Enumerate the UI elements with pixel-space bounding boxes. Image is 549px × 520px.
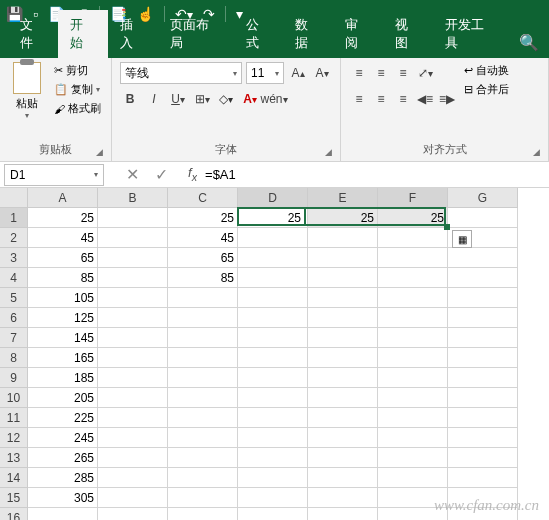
- cell-C1[interactable]: 25: [168, 208, 238, 228]
- cell-B10[interactable]: [98, 388, 168, 408]
- cell-B9[interactable]: [98, 368, 168, 388]
- column-header-B[interactable]: B: [98, 188, 168, 208]
- cell-E6[interactable]: [308, 308, 378, 328]
- align-center-button[interactable]: ≡: [371, 88, 391, 110]
- dialog-launcher-icon[interactable]: ◢: [325, 147, 332, 157]
- orientation-button[interactable]: ⤢▾: [415, 62, 435, 84]
- fill-color-button[interactable]: ◇▾: [216, 88, 236, 110]
- cell-A13[interactable]: 265: [28, 448, 98, 468]
- tab-formulas[interactable]: 公式: [234, 10, 284, 58]
- row-header-12[interactable]: 12: [0, 428, 28, 448]
- cell-C5[interactable]: [168, 288, 238, 308]
- row-header-5[interactable]: 5: [0, 288, 28, 308]
- row-header-9[interactable]: 9: [0, 368, 28, 388]
- cell-D4[interactable]: [238, 268, 308, 288]
- cell-D15[interactable]: [238, 488, 308, 508]
- cell-E13[interactable]: [308, 448, 378, 468]
- cell-B16[interactable]: [98, 508, 168, 520]
- column-header-C[interactable]: C: [168, 188, 238, 208]
- cell-B12[interactable]: [98, 428, 168, 448]
- cell-E1[interactable]: 25: [308, 208, 378, 228]
- cell-E12[interactable]: [308, 428, 378, 448]
- cell-B15[interactable]: [98, 488, 168, 508]
- cell-D11[interactable]: [238, 408, 308, 428]
- cell-E8[interactable]: [308, 348, 378, 368]
- row-header-13[interactable]: 13: [0, 448, 28, 468]
- fx-icon[interactable]: fx: [188, 165, 197, 184]
- cell-E11[interactable]: [308, 408, 378, 428]
- cell-C14[interactable]: [168, 468, 238, 488]
- cell-F13[interactable]: [378, 448, 448, 468]
- tab-file[interactable]: 文件: [8, 10, 58, 58]
- align-right-button[interactable]: ≡: [393, 88, 413, 110]
- cell-G4[interactable]: [448, 268, 518, 288]
- cell-E15[interactable]: [308, 488, 378, 508]
- column-header-E[interactable]: E: [308, 188, 378, 208]
- cell-E5[interactable]: [308, 288, 378, 308]
- cell-C11[interactable]: [168, 408, 238, 428]
- name-box[interactable]: D1▾: [4, 164, 104, 186]
- cell-A2[interactable]: 45: [28, 228, 98, 248]
- cell-B14[interactable]: [98, 468, 168, 488]
- cell-G14[interactable]: [448, 468, 518, 488]
- format-painter-button[interactable]: 🖌格式刷: [52, 100, 103, 117]
- cell-F11[interactable]: [378, 408, 448, 428]
- increase-indent-button[interactable]: ≡▶: [437, 88, 457, 110]
- cell-G16[interactable]: [448, 508, 518, 520]
- cell-B1[interactable]: [98, 208, 168, 228]
- cell-F9[interactable]: [378, 368, 448, 388]
- autofill-options-button[interactable]: ▦: [452, 230, 472, 248]
- cell-B3[interactable]: [98, 248, 168, 268]
- cell-A11[interactable]: 225: [28, 408, 98, 428]
- cell-E14[interactable]: [308, 468, 378, 488]
- tab-review[interactable]: 审阅: [333, 10, 383, 58]
- column-header-A[interactable]: A: [28, 188, 98, 208]
- row-header-8[interactable]: 8: [0, 348, 28, 368]
- cell-C4[interactable]: 85: [168, 268, 238, 288]
- cell-F14[interactable]: [378, 468, 448, 488]
- cell-A7[interactable]: 145: [28, 328, 98, 348]
- cell-F12[interactable]: [378, 428, 448, 448]
- cell-F1[interactable]: 25: [378, 208, 448, 228]
- cell-E7[interactable]: [308, 328, 378, 348]
- cell-E16[interactable]: [308, 508, 378, 520]
- cell-G9[interactable]: [448, 368, 518, 388]
- cell-C13[interactable]: [168, 448, 238, 468]
- underline-button[interactable]: U▾: [168, 88, 188, 110]
- cell-A1[interactable]: 25: [28, 208, 98, 228]
- cell-D7[interactable]: [238, 328, 308, 348]
- cell-F16[interactable]: [378, 508, 448, 520]
- enter-formula-button[interactable]: ✓: [151, 165, 172, 184]
- cell-C12[interactable]: [168, 428, 238, 448]
- tab-data[interactable]: 数据: [283, 10, 333, 58]
- cell-B4[interactable]: [98, 268, 168, 288]
- decrease-indent-button[interactable]: ◀≡: [415, 88, 435, 110]
- cell-G8[interactable]: [448, 348, 518, 368]
- row-header-16[interactable]: 16: [0, 508, 28, 520]
- row-header-6[interactable]: 6: [0, 308, 28, 328]
- cell-C3[interactable]: 65: [168, 248, 238, 268]
- row-header-3[interactable]: 3: [0, 248, 28, 268]
- cell-F6[interactable]: [378, 308, 448, 328]
- merge-cells-button[interactable]: ⊟合并后: [463, 81, 510, 98]
- search-icon[interactable]: 🔍: [509, 27, 549, 58]
- cell-D6[interactable]: [238, 308, 308, 328]
- align-top-button[interactable]: ≡: [349, 62, 369, 84]
- cell-D10[interactable]: [238, 388, 308, 408]
- cell-G7[interactable]: [448, 328, 518, 348]
- cell-B8[interactable]: [98, 348, 168, 368]
- font-name-combo[interactable]: 等线▾: [120, 62, 242, 84]
- cell-G13[interactable]: [448, 448, 518, 468]
- cell-E10[interactable]: [308, 388, 378, 408]
- cell-G15[interactable]: [448, 488, 518, 508]
- cell-C16[interactable]: [168, 508, 238, 520]
- row-header-10[interactable]: 10: [0, 388, 28, 408]
- align-bottom-button[interactable]: ≡: [393, 62, 413, 84]
- cell-A6[interactable]: 125: [28, 308, 98, 328]
- cell-F4[interactable]: [378, 268, 448, 288]
- cell-A15[interactable]: 305: [28, 488, 98, 508]
- cell-C7[interactable]: [168, 328, 238, 348]
- tab-insert[interactable]: 插入: [108, 10, 158, 58]
- cell-C8[interactable]: [168, 348, 238, 368]
- cell-D1[interactable]: 25: [238, 208, 308, 228]
